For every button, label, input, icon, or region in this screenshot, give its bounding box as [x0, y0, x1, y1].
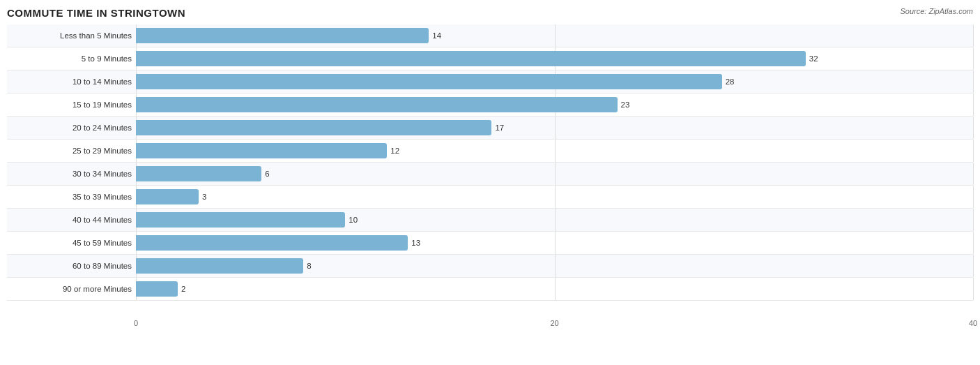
- bars-area: Less than 5 Minutes145 to 9 Minutes3210 …: [7, 24, 973, 318]
- bar-row: 35 to 39 Minutes3: [7, 186, 973, 209]
- bar-fill: [136, 258, 303, 274]
- bar-fill: [136, 235, 408, 251]
- bar-value: 12: [390, 147, 399, 155]
- bar-track: 14: [136, 24, 973, 47]
- bar-fill: [136, 120, 491, 135]
- bar-track: 28: [136, 70, 973, 93]
- bar-track: 8: [136, 255, 973, 277]
- bar-label: 5 to 9 Minutes: [7, 54, 136, 63]
- x-tick-label: 0: [134, 319, 138, 327]
- bar-value: 32: [809, 54, 818, 63]
- bar-label: 10 to 14 Minutes: [7, 77, 136, 86]
- bar-track: 32: [136, 47, 973, 70]
- x-axis: 02040: [136, 319, 973, 333]
- bar-fill: [136, 97, 618, 112]
- bar-fill: [136, 212, 345, 228]
- bar-value: 8: [307, 262, 311, 270]
- bar-row: 20 to 24 Minutes17: [7, 117, 973, 140]
- bar-row: 30 to 34 Minutes6: [7, 163, 973, 186]
- bar-fill: [136, 166, 261, 181]
- bar-track: 10: [136, 209, 973, 231]
- bar-track: 23: [136, 94, 973, 116]
- chart-title: COMMUTE TIME IN STRINGTOWN: [7, 7, 185, 19]
- bar-fill: [136, 51, 806, 66]
- bar-track: 17: [136, 117, 973, 139]
- bar-label: Less than 5 Minutes: [7, 31, 136, 40]
- bar-value: 14: [432, 31, 441, 40]
- bar-value: 13: [411, 239, 420, 247]
- bar-value: 23: [621, 100, 630, 109]
- bar-label: 35 to 39 Minutes: [7, 193, 136, 201]
- bar-row: Less than 5 Minutes14: [7, 24, 973, 47]
- bar-fill: [136, 189, 199, 204]
- bar-track: 6: [136, 163, 973, 185]
- chart-source: Source: ZipAtlas.com: [900, 7, 973, 15]
- bar-row: 60 to 89 Minutes8: [7, 255, 973, 278]
- bar-label: 40 to 44 Minutes: [7, 216, 136, 224]
- bar-label: 30 to 34 Minutes: [7, 170, 136, 178]
- bar-fill: [136, 281, 178, 297]
- bar-track: 12: [136, 140, 973, 162]
- bar-row: 40 to 44 Minutes10: [7, 209, 973, 232]
- bar-label: 90 or more Minutes: [7, 285, 136, 293]
- bar-label: 60 to 89 Minutes: [7, 262, 136, 270]
- bar-label: 15 to 19 Minutes: [7, 100, 136, 109]
- bar-fill: [136, 28, 429, 43]
- bar-value: 2: [181, 285, 185, 293]
- bar-row: 15 to 19 Minutes23: [7, 94, 973, 117]
- bar-fill: [136, 143, 387, 158]
- bar-value: 10: [349, 216, 358, 224]
- bar-value: 3: [202, 193, 206, 201]
- bar-fill: [136, 74, 722, 89]
- bar-track: 13: [136, 232, 973, 254]
- bar-label: 20 to 24 Minutes: [7, 124, 136, 132]
- chart-header: COMMUTE TIME IN STRINGTOWN Source: ZipAt…: [7, 7, 973, 19]
- bar-row: 25 to 29 Minutes12: [7, 140, 973, 163]
- chart-container: COMMUTE TIME IN STRINGTOWN Source: ZipAt…: [0, 0, 980, 365]
- bar-track: 2: [136, 278, 973, 300]
- bar-label: 25 to 29 Minutes: [7, 147, 136, 155]
- bar-row: 5 to 9 Minutes32: [7, 47, 973, 70]
- bar-label: 45 to 59 Minutes: [7, 239, 136, 247]
- bar-value: 28: [726, 77, 735, 86]
- x-tick-label: 20: [550, 319, 558, 327]
- bar-row: 90 or more Minutes2: [7, 278, 973, 301]
- bar-value: 6: [265, 170, 269, 178]
- bar-row: 45 to 59 Minutes13: [7, 232, 973, 255]
- bar-row: 10 to 14 Minutes28: [7, 70, 973, 94]
- bar-value: 17: [495, 124, 504, 132]
- bar-track: 3: [136, 186, 973, 208]
- x-tick-label: 40: [969, 319, 977, 327]
